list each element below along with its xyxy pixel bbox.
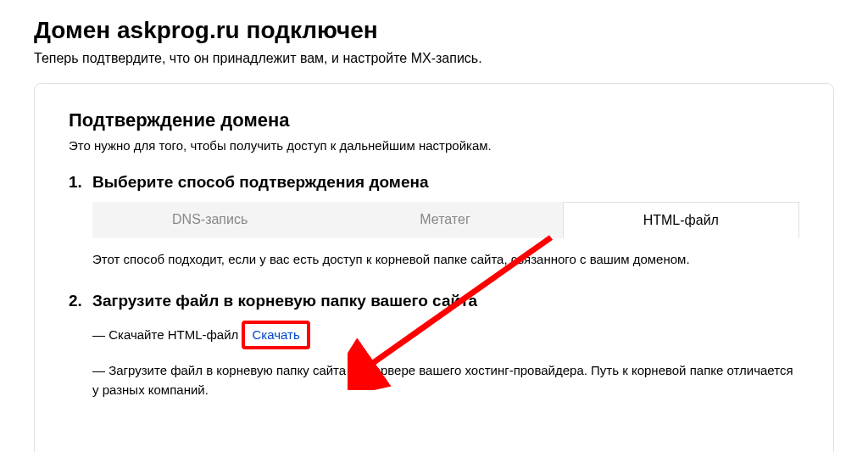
step-1-desc: Этот способ подходит, если у вас есть до… [92, 250, 799, 270]
step-2-title: Загрузите файл в корневую папку вашего с… [92, 292, 799, 310]
tabs: DNS-запись Метатег HTML-файл [92, 202, 799, 238]
step-2-num: 2. [69, 292, 92, 310]
download-link[interactable]: Скачать [248, 324, 303, 347]
step-1-num: 1. [69, 173, 92, 192]
confirm-title: Подтверждение домена [69, 109, 799, 131]
step-2-line2: — Загрузите файл в корневую папку сайта … [92, 361, 799, 399]
step-2-line1: — Скачайте HTML-файл Скачать [92, 321, 799, 350]
confirmation-card: Подтверждение домена Это нужно для того,… [34, 83, 834, 452]
tab-dns[interactable]: DNS-запись [92, 202, 327, 238]
page-title: Домен askprog.ru подключен [34, 17, 834, 44]
step-2: 2. Загрузите файл в корневую папку вашег… [69, 292, 799, 412]
step-1: 1. Выберите способ подтверждения домена … [69, 173, 799, 270]
confirm-desc: Это нужно для того, чтобы получить досту… [69, 138, 799, 153]
step-2-line1-prefix: — Скачайте HTML-файл [92, 327, 242, 342]
download-highlight: Скачать [242, 321, 309, 350]
step-1-title: Выберите способ подтверждения домена [92, 173, 799, 192]
page-subtitle: Теперь подтвердите, что он принадлежит в… [34, 51, 834, 66]
tab-html[interactable]: HTML-файл [563, 202, 799, 238]
tab-meta[interactable]: Метатег [327, 202, 562, 238]
